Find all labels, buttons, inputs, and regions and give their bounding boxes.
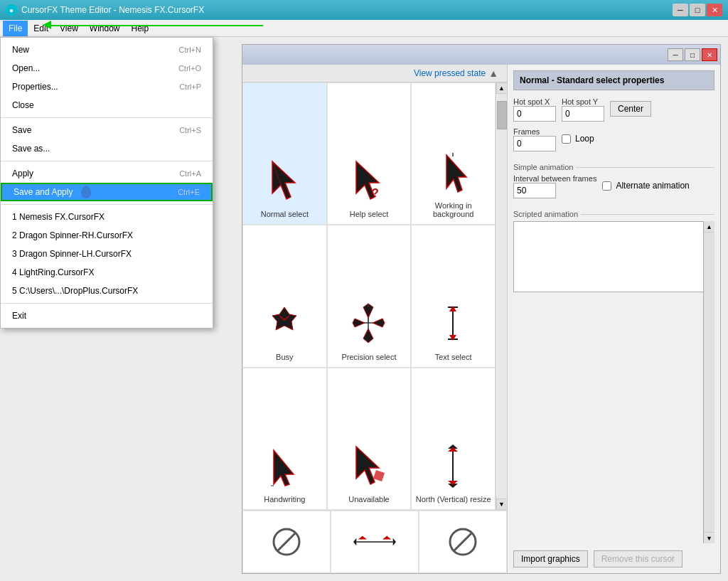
maximize-button[interactable]: □: [690, 4, 705, 16]
menu-open[interactable]: Open... Ctrl+O: [1, 59, 213, 78]
svg-marker-32: [393, 538, 396, 545]
main-window-body: View pressed state ▲: [242, 65, 720, 573]
menu-window[interactable]: Window: [84, 21, 126, 36]
menu-file[interactable]: File: [3, 21, 28, 36]
svg-line-36: [454, 533, 472, 551]
separator-3: [1, 204, 213, 205]
cursor-label-precision: Precision select: [341, 353, 396, 361]
svg-marker-33: [358, 535, 367, 539]
water-drop-icon: [81, 186, 91, 198]
minimize-button[interactable]: ─: [673, 4, 688, 16]
cursor-img-no-drop-2: [441, 517, 484, 567]
cursor-label-normal: Normal select: [261, 210, 309, 218]
interval-input[interactable]: [513, 183, 556, 198]
menu-recent-5[interactable]: 5 C:\Users\...\DropPlus.CursorFX: [1, 282, 213, 300]
menu-exit[interactable]: Exit: [1, 307, 213, 325]
view-pressed-link[interactable]: View pressed state: [414, 68, 486, 78]
hotspot-y-label: Hot spot Y: [562, 97, 604, 106]
menu-close[interactable]: Close: [1, 96, 213, 114]
hotspot-y-input[interactable]: [562, 106, 604, 122]
cursor-cell-normal[interactable]: Normal select: [242, 82, 327, 225]
loop-checkbox[interactable]: [562, 134, 571, 144]
main-maximize-button[interactable]: □: [685, 48, 700, 61]
cursor-img-resize-ns: [432, 441, 475, 491]
menu-apply[interactable]: Apply Ctrl+A: [1, 164, 213, 183]
scripted-textarea-wrapper: ▲ ▼: [513, 221, 714, 543]
scripted-scroll-track: [704, 233, 714, 532]
interval-label: Interval between frames: [513, 174, 596, 183]
properties-panel: Normal - Standard select properties Hot …: [507, 65, 720, 573]
menu-recent-1[interactable]: 1 Nemesis FX.CursorFX: [1, 208, 213, 226]
svg-marker-10: [353, 319, 365, 327]
scrollbar-thumb[interactable]: [497, 101, 507, 129]
hotspot-x-input[interactable]: [513, 106, 556, 122]
cursor-label-unavailable: Unavailable: [348, 495, 389, 503]
alternate-checkbox[interactable]: [602, 181, 611, 191]
cursor-cell-busy[interactable]: Busy: [242, 225, 327, 367]
center-button[interactable]: Center: [610, 101, 651, 117]
svg-marker-5: [446, 155, 466, 192]
menu-help[interactable]: Help: [126, 21, 155, 36]
svg-line-29: [277, 533, 296, 551]
scripted-textarea[interactable]: [513, 221, 714, 292]
cursor-cell-handwriting[interactable]: Handwriting: [242, 368, 327, 510]
alternate-label: Alternate animation: [616, 181, 689, 191]
separator-4: [1, 303, 213, 304]
menu-edit[interactable]: Edit: [28, 21, 54, 36]
app-icon: ●: [6, 4, 17, 16]
cursor-cell-unavailable[interactable]: Unavailable: [327, 368, 412, 510]
cursor-cell-ew-resize[interactable]: [331, 511, 419, 573]
cursor-img-no-drop: [265, 517, 308, 567]
main-minimize-button[interactable]: ─: [668, 48, 683, 61]
cursor-grid-header: View pressed state ▲: [242, 65, 507, 82]
window-controls: ─ □ ✕: [673, 4, 722, 16]
scripted-scroll-down[interactable]: ▼: [704, 532, 714, 543]
cursor-img-busy: [263, 299, 306, 348]
main-close-button[interactable]: ✕: [702, 48, 717, 61]
cursor-label-resize-ns: North (Vertical) resize: [416, 495, 491, 503]
frames-input[interactable]: [513, 136, 556, 151]
cursor-cell-resize-ns[interactable]: North (Vertical) resize: [411, 368, 496, 510]
menu-recent-3[interactable]: 3 Dragon Spinner-LH.CursorFX: [1, 245, 213, 263]
bottom-buttons: Import graphics Remove this cursor: [513, 550, 714, 567]
menu-save-as[interactable]: Save as...: [1, 139, 213, 158]
cursor-img-working: [432, 147, 475, 197]
cursor-grid-with-scroll: Normal select ? Help select: [242, 82, 507, 510]
cursor-grid-scrollbar: ▲ ▼: [496, 82, 507, 510]
cursor-label-text: Text select: [435, 353, 472, 361]
menu-view[interactable]: View: [54, 21, 84, 36]
scripted-scroll-up[interactable]: ▲: [704, 221, 714, 233]
cursor-cell-no-drop-2[interactable]: [419, 511, 507, 573]
svg-marker-11: [373, 319, 385, 327]
scrollbar-track[interactable]: [497, 94, 507, 499]
scroll-up-arrow[interactable]: ▲: [486, 68, 501, 79]
title-bar: ● CursorFX Theme Editor - Nemesis FX.Cur…: [0, 0, 728, 20]
cursor-cell-help[interactable]: ? Help select: [327, 82, 412, 225]
separator-2: [1, 161, 213, 161]
remove-cursor-button[interactable]: Remove this cursor: [594, 550, 682, 567]
cursor-panel-wrapper: View pressed state ▲: [242, 65, 507, 573]
cursor-cell-precision[interactable]: Precision select: [327, 225, 412, 367]
cursor-bottom-row: [242, 510, 507, 573]
svg-marker-0: [272, 161, 295, 199]
cursor-cell-no-drop[interactable]: [242, 511, 331, 573]
cursor-img-help: ?: [348, 156, 390, 206]
scrollbar-down-button[interactable]: ▼: [496, 499, 508, 510]
interval-row: Interval between frames Alternate animat…: [513, 174, 714, 198]
cursor-cell-working[interactable]: Working in background: [411, 82, 496, 225]
cursor-img-normal: [263, 156, 306, 206]
menu-new[interactable]: New Ctrl+N: [1, 41, 213, 59]
menu-recent-2[interactable]: 2 Dragon Spinner-RH.CursorFX: [1, 226, 213, 245]
cursor-cell-text[interactable]: Text select: [411, 225, 496, 367]
close-button[interactable]: ✕: [707, 4, 722, 16]
menu-properties[interactable]: Properties... Ctrl+P: [1, 78, 213, 96]
import-graphics-button[interactable]: Import graphics: [513, 550, 588, 567]
cursor-img-handwriting: [263, 441, 306, 491]
menu-recent-4[interactable]: 4 LightRing.CursorFX: [1, 263, 213, 282]
menu-save-and-apply[interactable]: Save and Apply Ctrl+E: [1, 183, 213, 201]
menu-save[interactable]: Save Ctrl+S: [1, 121, 213, 139]
main-window-titlebar: ─ □ ✕: [242, 45, 720, 65]
cursor-label-help: Help select: [350, 210, 388, 218]
main-window: ─ □ ✕ View pressed state ▲: [242, 44, 721, 574]
scrollbar-up-button[interactable]: ▲: [496, 82, 508, 94]
